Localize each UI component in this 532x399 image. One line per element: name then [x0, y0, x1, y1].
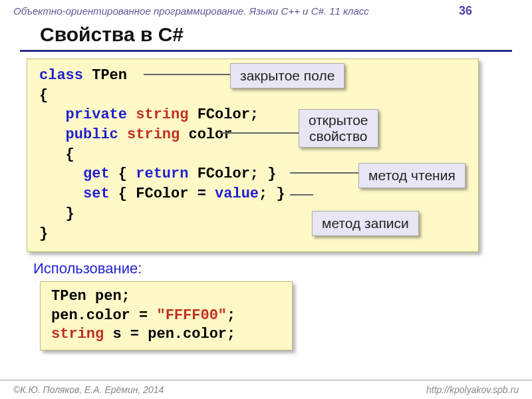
connector-line	[290, 172, 360, 174]
course-title: Объектно-ориентированное программировани…	[13, 5, 369, 17]
code-text: pen.color =	[51, 307, 156, 324]
connector-line	[144, 74, 230, 75]
callout-private-field: закрытое поле	[230, 63, 344, 88]
code-text: {	[39, 145, 466, 165]
slide-header: Объектно-ориентированное программировани…	[0, 0, 532, 21]
kw-return: return	[136, 166, 188, 182]
callout-setter: метод записи	[312, 211, 419, 236]
connector-line	[220, 132, 300, 134]
callout-line: открытое	[309, 112, 368, 128]
code-text: TPen pen;	[51, 287, 281, 307]
kw-value: value	[215, 186, 259, 202]
usage-label: Использование:	[0, 252, 532, 277]
string-literal: "FFFF00"	[156, 307, 227, 324]
kw-get: get	[39, 166, 110, 182]
code-block-class: class TPen { private string FColor; publ…	[27, 59, 479, 252]
kw-set: set	[39, 186, 110, 202]
code-text: TPen	[83, 67, 127, 84]
callout-public-property: открытое свойство	[299, 109, 378, 148]
callout-getter: метод чтения	[358, 163, 466, 188]
code-text: color	[180, 126, 232, 143]
connector-line	[290, 194, 313, 196]
code-text: ; }	[259, 186, 285, 202]
code-text: { FColor =	[110, 186, 215, 202]
code-text: FColor;	[188, 106, 259, 123]
kw-string: string	[51, 326, 104, 342]
page-number: 36	[459, 4, 519, 18]
footer-authors: ©К.Ю. Поляков, Е.А. Ерёмин, 2014	[13, 384, 164, 395]
kw-private: private	[39, 106, 127, 123]
slide-footer: ©К.Ю. Поляков, Е.А. Ерёмин, 2014 http://…	[0, 380, 532, 399]
code-text: FColor; }	[188, 166, 276, 182]
footer-url: http://kpolyakov.spb.ru	[426, 384, 519, 395]
kw-string: string	[118, 126, 180, 143]
callout-line: свойство	[309, 128, 368, 144]
code-block-usage: TPen pen; pen.color = "FFFF00"; string s…	[40, 281, 293, 350]
kw-class: class	[39, 67, 83, 84]
slide-title: Свойства в C#	[20, 21, 512, 52]
code-text: s = pen.color;	[104, 326, 235, 342]
code-text: {	[110, 166, 136, 182]
kw-string: string	[127, 106, 188, 123]
code-text: ;	[227, 307, 235, 324]
kw-public: public	[39, 126, 118, 143]
